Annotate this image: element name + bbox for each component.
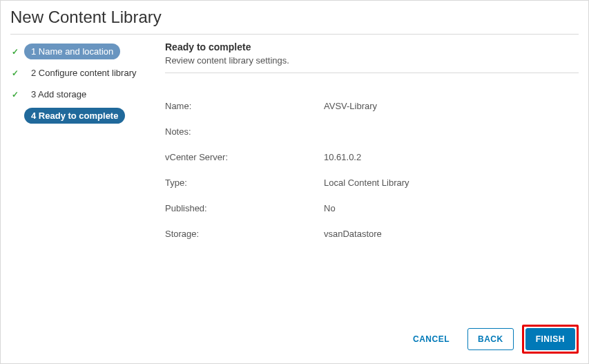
- step-label: 3 Add storage: [24, 86, 93, 102]
- finish-button[interactable]: FINISH: [525, 328, 575, 350]
- step-label: 4 Ready to complete: [24, 108, 125, 124]
- new-content-library-dialog: New Content Library ✓ 1 Name and locatio…: [0, 0, 589, 364]
- field-label-name: Name:: [165, 101, 324, 111]
- field-value-type: Local Content Library: [324, 178, 579, 188]
- field-label-storage: Storage:: [165, 229, 324, 239]
- finish-button-highlight: FINISH: [522, 325, 579, 354]
- field-value-vcenter: 10.61.0.2: [324, 152, 579, 162]
- check-icon: ✓: [10, 68, 20, 78]
- dialog-body: ✓ 1 Name and location ✓ 2 Configure cont…: [10, 41, 579, 318]
- step-ready-to-complete[interactable]: ✓ 4 Ready to complete: [10, 106, 155, 126]
- field-value-name: AVSV-Library: [324, 101, 579, 111]
- check-icon: ✓: [10, 90, 20, 99]
- field-label-type: Type:: [165, 178, 324, 188]
- check-icon-placeholder: ✓: [10, 111, 20, 121]
- step-configure-content-library[interactable]: ✓ 2 Configure content library: [10, 63, 155, 83]
- field-value-storage: vsanDatastore: [324, 229, 579, 239]
- dialog-footer: CANCEL BACK FINISH: [10, 318, 579, 354]
- content-header: Ready to complete Review content library…: [165, 41, 579, 73]
- field-value-published: No: [324, 203, 579, 213]
- content-heading: Ready to complete: [165, 41, 579, 52]
- field-label-notes: Notes:: [165, 126, 324, 137]
- step-name-and-location[interactable]: ✓ 1 Name and location: [10, 41, 155, 61]
- content-subheading: Review content library settings.: [165, 55, 579, 66]
- wizard-content: Ready to complete Review content library…: [165, 41, 579, 318]
- cancel-button[interactable]: CANCEL: [403, 329, 459, 349]
- step-label: 1 Name and location: [24, 44, 120, 59]
- field-value-notes: [324, 126, 579, 137]
- check-icon: ✓: [10, 47, 20, 57]
- back-button[interactable]: BACK: [467, 328, 514, 350]
- field-label-published: Published:: [165, 203, 324, 213]
- step-label: 2 Configure content library: [24, 65, 143, 81]
- field-label-vcenter: vCenter Server:: [165, 152, 324, 162]
- step-add-storage[interactable]: ✓ 3 Add storage: [10, 84, 155, 104]
- wizard-steps: ✓ 1 Name and location ✓ 2 Configure cont…: [10, 41, 155, 318]
- dialog-title: New Content Library: [10, 8, 579, 35]
- summary-fields: Name: AVSV-Library Notes: vCenter Server…: [165, 101, 579, 239]
